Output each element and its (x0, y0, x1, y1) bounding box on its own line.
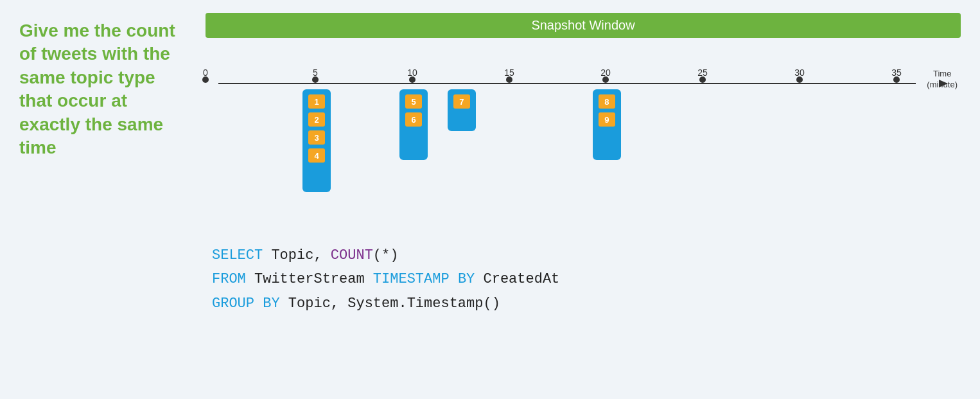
sql-from-kw: FROM (212, 271, 246, 287)
tweet-num-9: 9 (599, 112, 615, 127)
tweet-bar-2: 5 6 (399, 89, 428, 160)
tweet-num-5: 5 (405, 94, 422, 109)
sql-line1-end: (*) (373, 247, 399, 263)
tick-dot-35 (893, 76, 900, 83)
time-axis-label: Time(minute) (927, 69, 958, 91)
tick-dot-30 (796, 76, 803, 83)
tweet-num-6: 6 (405, 112, 422, 127)
timeline-area: 0 5 10 15 20 25 30 35 Time(minute) 1 2 (206, 44, 961, 224)
timeline-line (218, 83, 916, 84)
sql-table: TwitterStream (246, 271, 373, 287)
sql-line-1: SELECT Topic, COUNT(*) (212, 244, 961, 267)
sql-line-3: GROUP BY Topic, System.Timestamp() (212, 292, 961, 315)
tick-dot-10 (409, 76, 416, 83)
description-text: Give me the count of tweets with the sam… (19, 19, 186, 159)
snapshot-header: Snapshot Window (206, 13, 961, 38)
tweet-num-4: 4 (308, 148, 325, 163)
sql-by-kw: BY (450, 271, 475, 287)
sql-line-2: FROM TwitterStream TIMESTAMP BY CreatedA… (212, 267, 961, 291)
tick-dot-20 (602, 76, 609, 83)
sql-line1-rest: Topic, (263, 247, 331, 263)
sql-timestamp-kw: TIMESTAMP (373, 271, 450, 287)
sql-count-kw: COUNT (331, 247, 373, 263)
tweet-bar-1: 1 2 3 4 (302, 89, 331, 192)
tweet-num-1: 1 (308, 94, 325, 109)
left-panel: Give me the count of tweets with the sam… (0, 0, 199, 399)
sql-groupby-kw: BY (254, 296, 280, 312)
tweet-num-7: 7 (453, 94, 470, 109)
sql-section: SELECT Topic, COUNT(*) FROM TwitterStrea… (206, 237, 961, 315)
sql-groupby-rest: Topic, System.Timestamp() (280, 296, 500, 312)
tweet-num-8: 8 (599, 94, 615, 109)
tweet-bar-3: 7 (448, 89, 476, 131)
tweet-num-2: 2 (308, 112, 325, 127)
sql-field: CreatedAt (475, 271, 559, 287)
right-panel: Snapshot Window 0 5 10 15 20 25 30 35 Ti… (199, 0, 980, 399)
tick-dot-5 (312, 76, 319, 83)
sql-select-kw: SELECT (212, 247, 263, 263)
tick-dot-0 (202, 76, 209, 83)
tick-dot-25 (699, 76, 706, 83)
tweet-num-3: 3 (308, 130, 325, 145)
tick-dot-15 (506, 76, 512, 83)
sql-group-kw: GROUP (212, 296, 254, 312)
tweet-bar-4: 8 9 (593, 89, 621, 160)
